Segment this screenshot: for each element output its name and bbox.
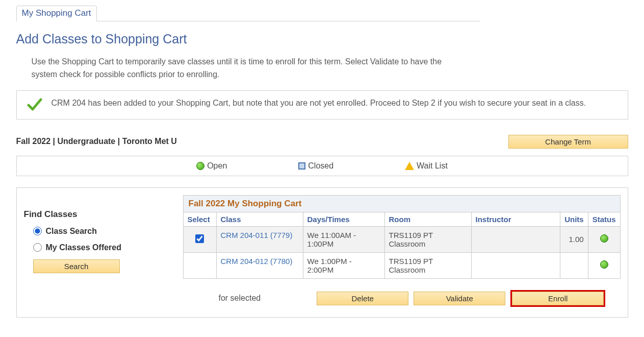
col-class: Class xyxy=(216,212,303,226)
row-units xyxy=(560,252,588,278)
legend-closed: Closed xyxy=(298,161,333,171)
row-status xyxy=(588,252,620,278)
table-row: CRM 204-011 (7779) We 11:00AM - 1:00PM T… xyxy=(183,226,620,252)
search-button[interactable]: Search xyxy=(33,259,120,273)
legend-waitlist-label: Wait List xyxy=(417,161,448,171)
row-status xyxy=(588,226,620,252)
radio-class-search-label[interactable]: Class Search xyxy=(46,227,97,236)
col-room: Room xyxy=(384,212,471,226)
term-label: Fall 2022 | Undergraduate | Toronto Met … xyxy=(16,137,177,146)
col-status: Status xyxy=(588,212,620,226)
page-title: Add Classes to Shopping Cart xyxy=(16,32,628,46)
legend-closed-label: Closed xyxy=(308,161,333,171)
row-room: TRS1109 PT Classroom xyxy=(384,252,471,278)
find-classes-panel: Find Classes Class Search My Classes Off… xyxy=(24,195,172,307)
success-message-text: CRM 204 has been added to your Shopping … xyxy=(51,97,586,109)
row-days: We 11:00AM - 1:00PM xyxy=(303,226,384,252)
enroll-highlight: Enroll xyxy=(510,290,605,307)
checkmark-icon xyxy=(27,98,42,113)
main-panel: Find Classes Class Search My Classes Off… xyxy=(16,187,628,318)
enroll-button[interactable]: Enroll xyxy=(512,292,604,305)
tab-bar: My Shopping Cart xyxy=(16,5,480,21)
tab-shopping-cart[interactable]: My Shopping Cart xyxy=(16,6,97,21)
col-instructor: Instructor xyxy=(471,212,560,226)
for-selected-label: for selected xyxy=(219,294,261,303)
radio-class-search[interactable] xyxy=(33,227,42,235)
legend-open: Open xyxy=(196,161,227,171)
row-units: 1.00 xyxy=(560,226,588,252)
col-days: Days/Times xyxy=(303,212,384,226)
row-days: We 1:00PM - 2:00PM xyxy=(303,252,384,278)
delete-button[interactable]: Delete xyxy=(317,292,408,305)
legend-waitlist: Wait List xyxy=(405,161,448,171)
row-room: TRS1109 PT Classroom xyxy=(384,226,471,252)
class-link[interactable]: CRM 204-012 (7780) xyxy=(221,257,293,266)
open-icon xyxy=(600,234,608,243)
class-link[interactable]: CRM 204-011 (7779) xyxy=(221,231,293,239)
cart-caption: Fall 2022 My Shopping Cart xyxy=(183,195,621,212)
success-message-box: CRM 204 has been added to your Shopping … xyxy=(16,90,628,119)
open-icon xyxy=(600,260,608,269)
open-icon xyxy=(196,162,204,170)
change-term-button[interactable]: Change Term xyxy=(508,135,628,149)
cart-table: Select Class Days/Times Room Instructor … xyxy=(183,212,621,279)
row-instructor xyxy=(471,226,560,252)
col-select: Select xyxy=(183,212,216,226)
intro-text: Use the Shopping Cart to temporarily sav… xyxy=(32,56,465,81)
validate-button[interactable]: Validate xyxy=(414,292,505,305)
action-row: for selected Delete Validate Enroll xyxy=(183,290,621,307)
row-instructor xyxy=(471,252,560,278)
waitlist-icon xyxy=(405,162,414,170)
closed-icon xyxy=(298,162,305,170)
radio-classes-offered-label[interactable]: My Classes Offered xyxy=(46,243,122,252)
col-units: Units xyxy=(560,212,588,226)
cart-table-panel: Fall 2022 My Shopping Cart Select Class … xyxy=(183,195,621,307)
term-row: Fall 2022 | Undergraduate | Toronto Met … xyxy=(16,135,628,149)
row-select-checkbox[interactable] xyxy=(195,234,204,243)
radio-classes-offered[interactable] xyxy=(33,243,42,252)
status-legend: Open Closed Wait List xyxy=(16,156,628,176)
table-row: CRM 204-012 (7780) We 1:00PM - 2:00PM TR… xyxy=(183,252,620,278)
legend-open-label: Open xyxy=(207,161,227,171)
find-classes-title: Find Classes xyxy=(24,209,172,220)
